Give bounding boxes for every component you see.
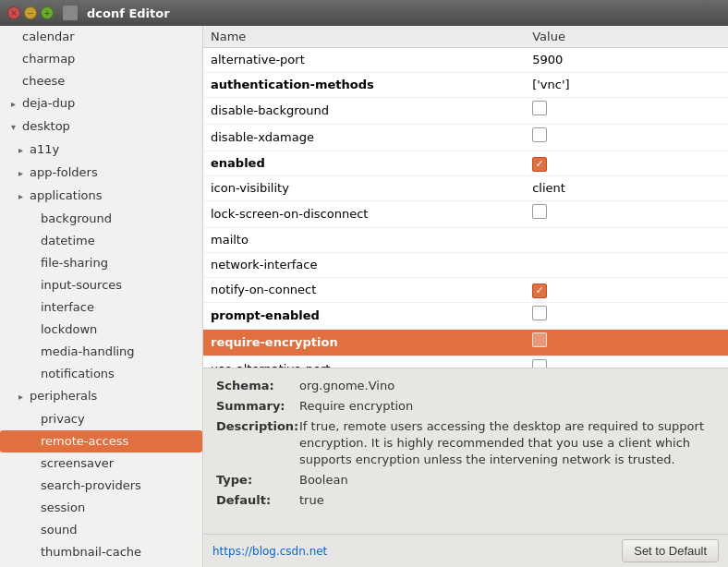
sidebar-item-remote-access[interactable]: remote-access (0, 430, 202, 452)
setting-name-bold: prompt-enabled (211, 308, 320, 322)
sidebar-item-cheese[interactable]: cheese (0, 70, 202, 92)
sidebar-item-a11y[interactable]: ▸ a11y (0, 139, 202, 162)
sidebar-item-desktop[interactable]: ▾ desktop (0, 115, 202, 139)
collapse-arrow: ▾ (11, 118, 22, 137)
sidebar-item-label: sound (41, 523, 77, 537)
sidebar-item-sound[interactable]: sound (0, 519, 202, 541)
settings-table: Name Value alternative-port5900authentic… (203, 26, 728, 368)
bottom-bar: https://blog.csdn.net Set to Default (203, 534, 728, 567)
sidebar-item-label: desktop (22, 119, 70, 133)
sidebar-item-label: search-providers (41, 478, 141, 492)
content-area: Name Value alternative-port5900authentic… (203, 26, 728, 567)
table-row[interactable]: mailto (203, 228, 728, 253)
sidebar-item-screensaver[interactable]: screensaver (0, 452, 202, 475)
sidebar-item-notifications[interactable]: notifications (0, 363, 202, 385)
table-row[interactable]: enabled (203, 151, 728, 176)
expand-arrow: ▸ (11, 95, 22, 114)
sidebar-item-applications[interactable]: ▸ applications (0, 185, 202, 208)
status-link[interactable]: https://blog.csdn.net (212, 545, 327, 558)
window-title: dconf Editor (87, 6, 170, 20)
sidebar-item-session[interactable]: session (0, 497, 202, 519)
table-row[interactable]: icon-visibilityclient (203, 176, 728, 201)
sidebar-item-charmap[interactable]: charmap (0, 48, 202, 70)
sidebar-item-label: deja-dup (22, 96, 75, 110)
sidebar: calendar charmap cheese▸ deja-dup▾ deskt… (0, 26, 203, 567)
setting-value (525, 151, 728, 176)
table-row[interactable]: lock-screen-on-disconnect (203, 201, 728, 228)
setting-name-bold: authentication-methods (211, 78, 374, 91)
sidebar-item-file-sharing[interactable]: file-sharing (0, 252, 202, 274)
sidebar-item-calendar[interactable]: calendar (0, 26, 202, 48)
sidebar-item-peripherals[interactable]: ▸ peripherals (0, 385, 202, 408)
setting-name: lock-screen-on-disconnect (203, 201, 525, 228)
main-container: calendar charmap cheese▸ deja-dup▾ deskt… (0, 26, 728, 567)
setting-name: authentication-methods (203, 73, 525, 98)
setting-name: disable-background (203, 98, 525, 125)
col-name-header: Name (203, 26, 525, 48)
settings-table-area[interactable]: Name Value alternative-port5900authentic… (203, 26, 728, 368)
close-button[interactable]: × (7, 6, 20, 19)
sidebar-item-label: cheese (22, 74, 65, 88)
sidebar-item-app-folders[interactable]: ▸ app-folders (0, 162, 202, 185)
sidebar-item-privacy[interactable]: privacy (0, 408, 202, 430)
info-panel: Schema: org.gnome.Vino Summary: Require … (203, 368, 728, 534)
setting-name: use-alternative-port (203, 356, 525, 368)
maximize-button[interactable]: + (41, 6, 54, 19)
checkbox-checked (532, 284, 547, 298)
sidebar-item-search-providers[interactable]: search-providers (0, 475, 202, 497)
sidebar-item-label: datetime (41, 234, 95, 247)
sidebar-item-thumbnailers[interactable]: thumbnailers (0, 563, 202, 567)
sidebar-item-label: lockdown (41, 322, 97, 336)
sidebar-item-deja-dup[interactable]: ▸ deja-dup (0, 92, 202, 115)
col-value-header: Value (525, 26, 728, 48)
sidebar-item-background[interactable]: background (0, 208, 202, 230)
default-label: Default: (216, 492, 299, 509)
table-row[interactable]: prompt-enabled (203, 303, 728, 330)
sidebar-item-label: calendar (22, 30, 75, 43)
setting-value: ['vnc'] (525, 73, 728, 98)
sidebar-item-label: applications (30, 188, 102, 202)
sidebar-item-datetime[interactable]: datetime (0, 230, 202, 252)
sidebar-item-label: thumbnail-cache (41, 545, 141, 559)
checkbox-unchecked (532, 101, 547, 115)
sidebar-item-interface[interactable]: interface (0, 296, 202, 319)
setting-name: mailto (203, 228, 525, 253)
sidebar-item-media-handling[interactable]: media-handling (0, 341, 202, 363)
table-row[interactable]: alternative-port5900 (203, 48, 728, 73)
titlebar: × − + dconf Editor (0, 0, 728, 26)
table-row[interactable]: notify-on-connect (203, 278, 728, 303)
expand-arrow: ▸ (18, 388, 30, 406)
sidebar-item-label: media-handling (41, 344, 135, 358)
minimize-button[interactable]: − (24, 6, 37, 19)
schema-value: org.gnome.Vino (299, 378, 715, 394)
setting-name: prompt-enabled (203, 303, 525, 330)
setting-name: disable-xdamage (203, 125, 525, 151)
sidebar-item-label: background (41, 211, 112, 225)
schema-label: Schema: (216, 378, 299, 394)
table-row[interactable]: require-encryption (203, 330, 728, 356)
table-row[interactable]: disable-xdamage (203, 125, 728, 151)
setting-name: alternative-port (203, 48, 525, 73)
description-value: If true, remote users accessing the desk… (299, 418, 715, 468)
setting-value (525, 278, 728, 303)
table-row[interactable]: disable-background (203, 98, 728, 125)
sidebar-item-label: a11y (30, 142, 59, 156)
table-row[interactable]: network-interface (203, 253, 728, 278)
type-value: Boolean (299, 472, 715, 489)
sidebar-item-label: remote-access (41, 434, 128, 448)
table-row[interactable]: authentication-methods['vnc'] (203, 73, 728, 98)
sidebar-item-label: screensaver (41, 456, 114, 470)
sidebar-item-thumbnail-cache[interactable]: thumbnail-cache (0, 541, 202, 563)
setting-value (525, 125, 728, 151)
table-row[interactable]: use-alternative-port (203, 356, 728, 368)
expand-arrow: ▸ (18, 141, 30, 160)
setting-name: notify-on-connect (203, 278, 525, 303)
sidebar-item-input-sources[interactable]: input-sources (0, 274, 202, 296)
set-to-default-button[interactable]: Set to Default (622, 539, 719, 562)
sidebar-item-lockdown[interactable]: lockdown (0, 319, 202, 341)
setting-name-bold: enabled (211, 156, 265, 170)
default-value: true (299, 492, 715, 509)
setting-value: 5900 (525, 48, 728, 73)
checkbox-checked (532, 157, 547, 172)
window-controls: × − + (7, 6, 54, 19)
